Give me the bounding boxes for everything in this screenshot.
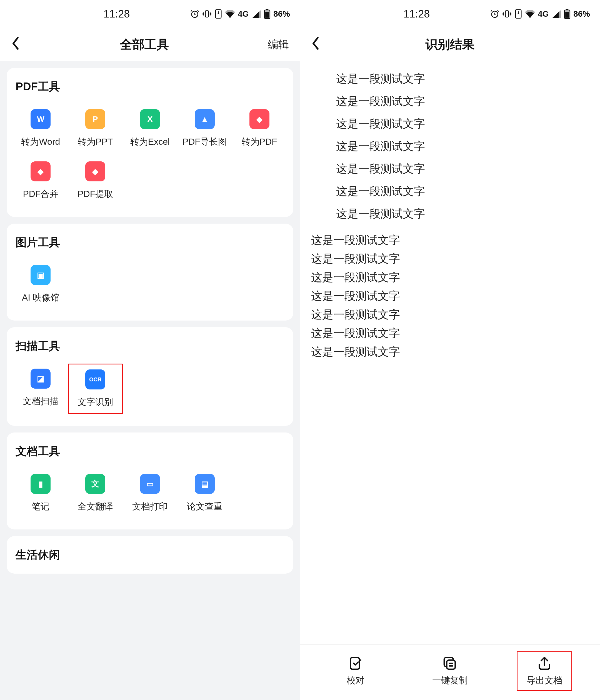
tool-to-pdf[interactable]: ◆ 转为PDF — [232, 102, 287, 155]
pdf-icon: ◆ — [249, 109, 270, 129]
ocr-line: 这是一段测试文字 — [336, 206, 589, 221]
ocr-line: 这是一段测试文字 — [336, 116, 589, 131]
plagiarism-icon: ▤ — [195, 474, 215, 494]
tool-ai-gallery[interactable]: ▣ AI 映像馆 — [13, 258, 68, 310]
sim-icon: 1 — [515, 9, 522, 19]
status-time: 11:28 — [103, 8, 130, 20]
back-button[interactable] — [311, 36, 328, 53]
tool-doc-scan[interactable]: ◪ 文档扫描 — [13, 362, 68, 416]
word-icon: W — [30, 109, 51, 129]
translate-icon: 文 — [85, 474, 105, 494]
svg-rect-14 — [350, 657, 359, 669]
proofread-button[interactable]: 校对 — [328, 655, 383, 687]
section-title: 扫描工具 — [13, 338, 287, 354]
export-button[interactable]: 导出文档 — [517, 651, 572, 691]
svg-text:1: 1 — [517, 10, 519, 15]
section-title: 生活休闲 — [13, 547, 287, 562]
pdf-merge-icon: ◆ — [30, 161, 51, 181]
signal-icon — [252, 10, 261, 18]
ocr-line: 这是一段测试文字 — [311, 251, 589, 267]
excel-icon: X — [140, 109, 160, 129]
copy-button[interactable]: 一键复制 — [422, 655, 478, 687]
page-title: 全部工具 — [28, 36, 261, 53]
tool-print[interactable]: ▭ 文档打印 — [123, 467, 177, 520]
tool-pdf-long-image[interactable]: ▲ PDF导长图 — [177, 102, 232, 155]
section-title: 文档工具 — [13, 444, 287, 459]
ocr-line: 这是一段测试文字 — [336, 71, 589, 86]
svg-rect-6 — [265, 12, 269, 18]
tool-to-excel[interactable]: X 转为Excel — [123, 102, 177, 155]
ocr-line: 这是一段测试文字 — [336, 139, 589, 154]
export-icon — [537, 655, 552, 671]
back-button[interactable] — [11, 36, 28, 53]
svg-rect-5 — [266, 9, 268, 10]
copy-icon — [442, 655, 458, 671]
network-label: 4G — [538, 9, 549, 19]
ocr-line: 这是一段测试文字 — [311, 288, 589, 304]
ocr-block-1: 这是一段测试文字 这是一段测试文字 这是一段测试文字 这是一段测试文字 这是一段… — [311, 71, 589, 221]
tool-sections: PDF工具 W 转为Word P 转为PPT X 转为Excel ▲ PDF导长… — [0, 61, 300, 700]
alarm-icon — [190, 9, 199, 19]
page-title: 识别结果 — [328, 36, 572, 53]
section-life: 生活休闲 — [7, 536, 293, 574]
status-bar: 11:28 1 4G 86% — [0, 0, 300, 28]
wifi-icon — [525, 10, 535, 18]
ocr-line: 这是一段测试文字 — [311, 307, 589, 322]
image-icon: ▲ — [195, 109, 215, 129]
ocr-block-2: 这是一段测试文字 这是一段测试文字 这是一段测试文字 这是一段测试文字 这是一段… — [311, 232, 589, 359]
title-bar: 全部工具 编辑 — [0, 28, 300, 61]
ocr-line: 这是一段测试文字 — [311, 344, 589, 359]
screen-all-tools: 11:28 1 4G 86% 全部工具 编辑 PDF工具 W 转为W — [0, 0, 300, 700]
svg-rect-12 — [566, 9, 568, 10]
button-label: 校对 — [347, 674, 365, 687]
doc-scan-icon: ◪ — [30, 369, 51, 389]
network-label: 4G — [238, 9, 249, 19]
tool-plagiarism[interactable]: ▤ 论文查重 — [177, 467, 232, 520]
status-bar: 11:28 1 4G 86% — [300, 0, 600, 28]
ocr-line: 这是一段测试文字 — [336, 161, 589, 176]
tool-pdf-extract[interactable]: ◆ PDF提取 — [68, 155, 123, 207]
title-bar: 识别结果 — [300, 28, 600, 61]
tool-translate[interactable]: 文 全文翻译 — [68, 467, 123, 520]
screen-ocr-result: 11:28 1 4G 86% 识别结果 这是一段测试文字 这是一段测试文字 这是… — [300, 0, 600, 700]
tool-ocr[interactable]: OCR 文字识别 — [68, 364, 123, 414]
notes-icon: ▮ — [30, 474, 51, 494]
print-icon: ▭ — [140, 474, 160, 494]
tool-notes[interactable]: ▮ 笔记 — [13, 467, 68, 520]
section-scan-tools: 扫描工具 ◪ 文档扫描 OCR 文字识别 — [7, 327, 293, 426]
section-title: 图片工具 — [13, 235, 287, 250]
ocr-icon: OCR — [85, 370, 105, 390]
vibrate-icon — [502, 9, 512, 19]
status-time: 11:28 — [403, 8, 430, 20]
tool-to-word[interactable]: W 转为Word — [13, 102, 68, 155]
button-label: 导出文档 — [527, 674, 562, 687]
svg-rect-1 — [205, 11, 208, 17]
tool-to-ppt[interactable]: P 转为PPT — [68, 102, 123, 155]
signal-icon — [552, 10, 561, 18]
tool-pdf-merge[interactable]: ◆ PDF合并 — [13, 155, 68, 207]
svg-rect-8 — [505, 11, 508, 17]
proofread-icon — [348, 655, 363, 671]
svg-rect-13 — [565, 12, 569, 18]
bottom-action-bar: 校对 一键复制 导出文档 — [300, 645, 600, 700]
ocr-line: 这是一段测试文字 — [311, 270, 589, 285]
ocr-line: 这是一段测试文字 — [336, 94, 589, 109]
edit-button[interactable]: 编辑 — [261, 38, 289, 52]
pdf-extract-icon: ◆ — [85, 161, 105, 181]
section-pdf-tools: PDF工具 W 转为Word P 转为PPT X 转为Excel ▲ PDF导长… — [7, 68, 293, 217]
button-label: 一键复制 — [432, 674, 468, 687]
section-image-tools: 图片工具 ▣ AI 映像馆 — [7, 224, 293, 321]
sim-icon: 1 — [215, 9, 222, 19]
wifi-icon — [225, 10, 235, 18]
ocr-line: 这是一段测试文字 — [311, 232, 589, 248]
battery-pct: 86% — [573, 9, 590, 19]
ppt-icon: P — [85, 109, 105, 129]
section-title: PDF工具 — [13, 79, 287, 94]
svg-text:1: 1 — [217, 10, 219, 15]
battery-pct: 86% — [273, 9, 290, 19]
ai-gallery-icon: ▣ — [30, 265, 51, 285]
battery-icon — [564, 9, 571, 19]
ocr-text-area[interactable]: 这是一段测试文字 这是一段测试文字 这是一段测试文字 这是一段测试文字 这是一段… — [300, 61, 600, 645]
ocr-line: 这是一段测试文字 — [311, 326, 589, 341]
alarm-icon — [490, 9, 499, 19]
